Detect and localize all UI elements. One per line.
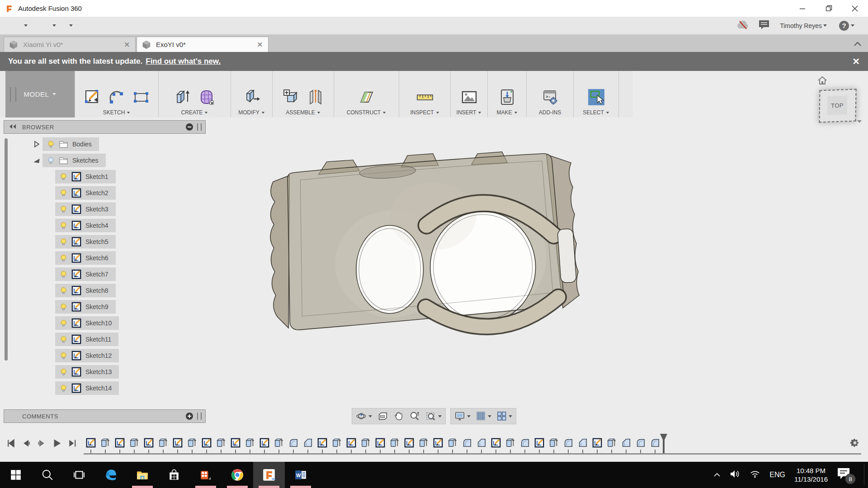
browser-row-sketch14[interactable]: Sketch14 [4,381,203,395]
taskbar-fusion-360-button[interactable]: 360 [253,462,285,488]
ribbon-group-label[interactable]: ASSEMBLE [286,109,321,116]
browser-row-sketch7[interactable]: Sketch7 [4,267,203,281]
go-to-end-button[interactable] [67,438,78,449]
timeline-feature-sketch-17[interactable] [316,434,328,448]
panel-grip-icon[interactable] [197,123,202,131]
arc-button[interactable] [107,87,127,108]
viewcube-face-top[interactable]: TOP [827,95,848,115]
undo-button[interactable] [49,23,58,28]
press-pull-button[interactable] [242,87,262,108]
timeline-feature-extrude-2[interactable] [99,434,111,448]
browser-node[interactable]: Sketch6 [55,251,116,265]
timeline-settings-icon[interactable] [849,437,861,450]
timeline-feature-sketch-9[interactable] [201,434,212,448]
timeline-feature-extrude-18[interactable] [331,434,343,448]
show-desktop-button[interactable] [864,465,864,485]
visibility-bulb-icon[interactable] [60,368,67,376]
browser-node[interactable]: Sketch5 [55,235,116,249]
taskbar-file-explorer-button[interactable] [127,462,158,488]
ribbon-group-label[interactable]: SELECT [583,109,609,116]
expand-node-icon[interactable] [31,141,42,148]
notification-close-icon[interactable]: ✕ [852,56,860,67]
visibility-bulb-icon[interactable] [60,271,67,278]
user-menu[interactable]: Timothy Reyes [778,21,829,31]
visibility-bulb-icon[interactable] [60,222,67,230]
collapse-tabs-icon[interactable] [854,40,862,48]
taskbar-word-button[interactable]: W [285,462,316,488]
viewcube-cube[interactable]: TOP [819,89,856,123]
browser-row-sketch5[interactable]: Sketch5 [4,235,203,249]
joint-button[interactable] [306,87,326,108]
go-to-start-button[interactable] [5,438,16,449]
timeline-feature-fillet-27[interactable] [461,434,473,448]
timeline-feature-extrude-26[interactable] [447,434,458,448]
app-grid-button[interactable] [5,24,9,27]
browser-row-sketch9[interactable]: Sketch9 [4,300,203,314]
plane-button[interactable] [357,87,377,108]
viewports-button[interactable] [497,411,512,421]
browser-row-sketch11[interactable]: Sketch11 [4,333,203,346]
tab-close-icon[interactable]: ✕ [124,41,130,49]
offline-cloud-icon[interactable] [736,20,750,32]
timeline-feature-sketch-21[interactable] [374,434,386,448]
browser-row-bodies[interactable]: Bodies [4,137,203,151]
visibility-bulb-icon[interactable] [60,303,67,311]
timeline-feature-extrude-8[interactable] [186,434,198,448]
timeline-playhead[interactable] [660,433,668,455]
ribbon-group-label[interactable]: CONSTRUCT [347,109,386,116]
grid-settings-button[interactable] [476,411,491,421]
timeline-ruler[interactable] [84,453,861,455]
tab-close-icon[interactable]: ✕ [257,41,263,49]
home-icon[interactable] [817,76,827,87]
timeline-feature-sketch-11[interactable] [230,434,241,448]
remove-panel-icon[interactable] [185,123,193,131]
timeline-feature-sketch-13[interactable] [259,434,270,448]
browser-row-sketches[interactable]: Sketches [4,154,203,167]
timeline-feature-chamfer-35[interactable] [577,434,589,448]
browser-node[interactable]: Sketch2 [55,186,116,200]
ribbon-group-label[interactable]: CREATE [181,109,208,116]
browser-node[interactable]: Sketches [42,154,106,167]
new-component-button[interactable] [281,87,301,108]
taskbar-task-view-button[interactable] [63,462,95,488]
browser-row-sketch6[interactable]: Sketch6 [4,251,203,265]
orbit-button[interactable] [356,411,372,421]
browser-node[interactable]: Sketch1 [55,170,116,183]
step-forward-button[interactable] [36,438,47,449]
timeline-feature-chamfer-16[interactable] [302,434,314,448]
browser-node[interactable]: Bodies [42,137,99,151]
viewcube[interactable]: TOP [814,86,863,127]
taskbar-movie-maker-button[interactable] [190,462,222,488]
measure-button[interactable] [415,87,435,108]
timeline-feature-extrude-20[interactable] [360,434,372,448]
add-comment-icon[interactable] [185,412,193,420]
visibility-bulb-icon[interactable] [60,189,67,197]
timeline-feature-extrude-14[interactable] [273,434,285,448]
taskbar-start-button[interactable] [0,462,32,488]
browser-row-sketch13[interactable]: Sketch13 [4,365,203,379]
timeline-feature-sketch-5[interactable] [143,434,155,448]
collapse-node-icon[interactable] [31,157,42,164]
timeline-feature-extrude-24[interactable] [418,434,429,448]
timeline-feature-sketch-29[interactable] [490,434,502,448]
timeline-feature-extrude-4[interactable] [128,434,140,448]
look-at-button[interactable] [377,411,388,421]
browser-node[interactable]: Sketch11 [55,333,118,346]
browser-row-sketch12[interactable]: Sketch12 [4,349,203,362]
ribbon-group-label[interactable]: INSPECT [410,109,439,116]
add-ins-button[interactable]: >- [540,87,560,108]
timeline-feature-extrude-22[interactable] [389,434,401,448]
browser-row-sketch10[interactable]: Sketch10 [4,316,203,330]
browser-scrollbar[interactable] [5,138,8,361]
timeline-feature-sketch-7[interactable] [172,434,184,448]
create-sketch-button[interactable] [82,87,102,108]
timeline-feature-fillet-34[interactable] [562,434,574,448]
visibility-bulb-icon[interactable] [60,336,67,343]
clock[interactable]: 10:48 PM11/13/2016 [794,466,828,483]
comments-panel-header[interactable]: COMMENTS [4,409,206,423]
timeline-feature-chamfer-28[interactable] [476,434,487,448]
rectangle-button[interactable] [131,87,151,108]
form-button[interactable] [197,87,217,108]
volume-icon[interactable] [730,469,741,480]
select-button[interactable] [586,87,606,108]
